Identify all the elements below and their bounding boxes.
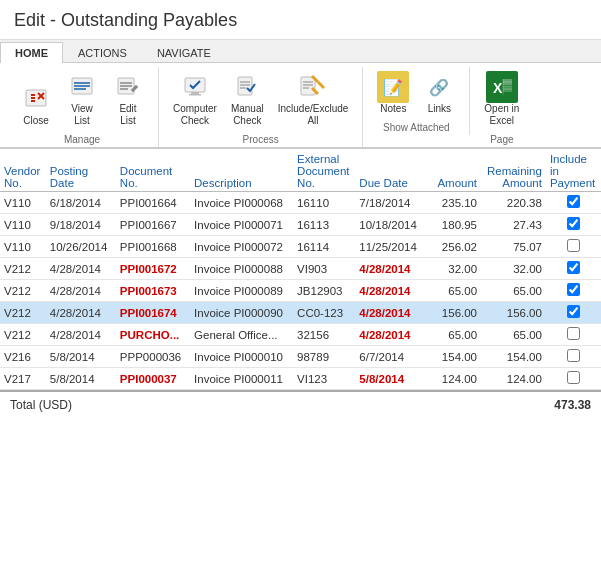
ribbon-group-page-items: X Open in Excel xyxy=(478,67,525,131)
view-list-icon xyxy=(66,71,98,103)
include-checkbox[interactable] xyxy=(567,261,580,274)
notes-icon: 📝 xyxy=(377,71,409,103)
cell-due-date: 4/28/2014 xyxy=(355,324,427,346)
cell-external-doc-no: 16110 xyxy=(293,192,355,214)
cell-posting-date: 6/18/2014 xyxy=(46,192,116,214)
cell-external-doc-no: 98789 xyxy=(293,346,355,368)
cell-description: Invoice PI000089 xyxy=(190,280,293,302)
manual-check-icon xyxy=(231,71,263,103)
include-checkbox[interactable] xyxy=(567,239,580,252)
cell-posting-date: 4/28/2014 xyxy=(46,324,116,346)
cell-description: Invoice PI000010 xyxy=(190,346,293,368)
cell-include-in-payment[interactable] xyxy=(546,302,601,324)
open-excel-button[interactable]: X Open in Excel xyxy=(478,67,525,131)
cell-remaining-amount: 154.00 xyxy=(481,346,546,368)
cell-remaining-amount: 27.43 xyxy=(481,214,546,236)
close-button[interactable]: Close xyxy=(14,79,58,131)
tab-navigate[interactable]: NAVIGATE xyxy=(142,42,226,63)
total-label: Total (USD) xyxy=(10,398,72,412)
include-checkbox[interactable] xyxy=(567,283,580,296)
computer-check-button[interactable]: Computer Check xyxy=(167,67,223,131)
cell-description: Invoice PI000072 xyxy=(190,236,293,258)
ribbon-group-process: Computer Check Manual Check xyxy=(159,67,363,147)
cell-include-in-payment[interactable] xyxy=(546,236,601,258)
cell-include-in-payment[interactable] xyxy=(546,346,601,368)
cell-due-date: 7/18/2014 xyxy=(355,192,427,214)
edit-list-icon xyxy=(112,71,144,103)
ribbon-tab-bar: HOME ACTIONS NAVIGATE xyxy=(0,40,601,63)
cell-posting-date: 5/8/2014 xyxy=(46,346,116,368)
col-header-remaining-amount: Remaining Amount xyxy=(481,149,546,192)
cell-amount: 154.00 xyxy=(427,346,481,368)
include-checkbox[interactable] xyxy=(567,371,580,384)
edit-list-button-label: Edit List xyxy=(119,103,136,127)
cell-external-doc-no: 16114 xyxy=(293,236,355,258)
links-button[interactable]: 🔗 Links xyxy=(417,67,461,119)
cell-amount: 235.10 xyxy=(427,192,481,214)
cell-external-doc-no: JB12903 xyxy=(293,280,355,302)
view-list-button-label: View List xyxy=(71,103,93,127)
table-row: V110 10/26/2014 PPI001668 Invoice PI0000… xyxy=(0,236,601,258)
cell-due-date: 10/18/2014 xyxy=(355,214,427,236)
cell-due-date: 4/28/2014 xyxy=(355,302,427,324)
manual-check-button[interactable]: Manual Check xyxy=(225,67,270,131)
table-row: V110 6/18/2014 PPI001664 Invoice PI00006… xyxy=(0,192,601,214)
notes-button[interactable]: 📝 Notes xyxy=(371,67,415,119)
cell-document-no: PPI000037 xyxy=(116,368,190,390)
cell-description: Invoice PI000090 xyxy=(190,302,293,324)
cell-posting-date: 5/8/2014 xyxy=(46,368,116,390)
cell-external-doc-no: 16113 xyxy=(293,214,355,236)
cell-document-no: PPI001664 xyxy=(116,192,190,214)
include-checkbox[interactable] xyxy=(567,217,580,230)
cell-due-date: 6/7/2014 xyxy=(355,346,427,368)
open-excel-button-label: Open in Excel xyxy=(484,103,519,127)
open-excel-icon: X xyxy=(486,71,518,103)
cell-include-in-payment[interactable] xyxy=(546,368,601,390)
cell-include-in-payment[interactable] xyxy=(546,214,601,236)
cell-vendor-no: V110 xyxy=(0,214,46,236)
ribbon: Close View List xyxy=(0,63,601,149)
include-checkbox[interactable] xyxy=(567,349,580,362)
computer-check-button-label: Computer Check xyxy=(173,103,217,127)
cell-external-doc-no: VI123 xyxy=(293,368,355,390)
cell-document-no: PPI001672 xyxy=(116,258,190,280)
tab-home[interactable]: HOME xyxy=(0,42,63,63)
payables-table: Vendor No. Posting Date Document No. Des… xyxy=(0,149,601,390)
cell-external-doc-no: VI903 xyxy=(293,258,355,280)
cell-document-no: PPI001673 xyxy=(116,280,190,302)
include-checkbox[interactable] xyxy=(567,305,580,318)
cell-amount: 156.00 xyxy=(427,302,481,324)
cell-vendor-no: V212 xyxy=(0,258,46,280)
computer-check-icon xyxy=(179,71,211,103)
cell-document-no: PURCHO... xyxy=(116,324,190,346)
cell-include-in-payment[interactable] xyxy=(546,258,601,280)
cell-due-date: 4/28/2014 xyxy=(355,280,427,302)
include-exclude-button[interactable]: Include/Exclude All xyxy=(272,67,355,131)
include-exclude-button-label: Include/Exclude All xyxy=(278,103,349,127)
cell-include-in-payment[interactable] xyxy=(546,192,601,214)
cell-vendor-no: V212 xyxy=(0,302,46,324)
table-row: V216 5/8/2014 PPP000036 Invoice PI000010… xyxy=(0,346,601,368)
cell-vendor-no: V212 xyxy=(0,280,46,302)
ribbon-group-process-label: Process xyxy=(243,134,279,145)
include-checkbox[interactable] xyxy=(567,327,580,340)
col-header-description: Description xyxy=(190,149,293,192)
tab-actions[interactable]: ACTIONS xyxy=(63,42,142,63)
ribbon-group-page-label: Page xyxy=(490,134,513,145)
page-title: Edit - Outstanding Payables xyxy=(0,0,601,40)
notes-button-label: Notes xyxy=(380,103,406,115)
cell-amount: 124.00 xyxy=(427,368,481,390)
include-exclude-icon xyxy=(297,71,329,103)
ribbon-group-manage-items: Close View List xyxy=(14,67,150,131)
table-row: V212 4/28/2014 PPI001673 Invoice PI00008… xyxy=(0,280,601,302)
edit-list-button[interactable]: Edit List xyxy=(106,67,150,131)
cell-amount: 65.00 xyxy=(427,280,481,302)
view-list-button[interactable]: View List xyxy=(60,67,104,131)
col-header-vendor-no: Vendor No. xyxy=(0,149,46,192)
cell-external-doc-no: CC0-123 xyxy=(293,302,355,324)
cell-remaining-amount: 156.00 xyxy=(481,302,546,324)
cell-include-in-payment[interactable] xyxy=(546,280,601,302)
ribbon-group-show-attached-label: Show Attached xyxy=(383,122,450,133)
cell-include-in-payment[interactable] xyxy=(546,324,601,346)
include-checkbox[interactable] xyxy=(567,195,580,208)
